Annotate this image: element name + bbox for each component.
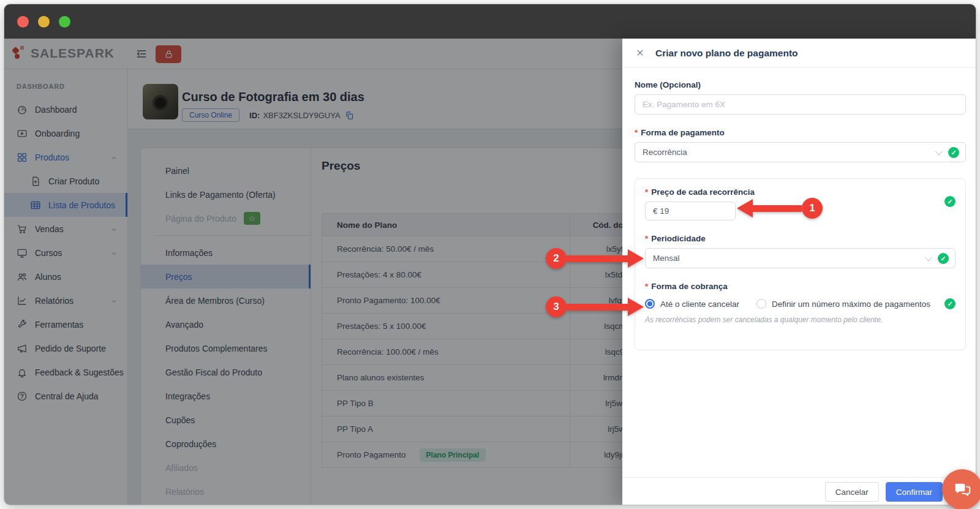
- periodicity-value: Mensal: [653, 254, 925, 263]
- valid-check-icon: ✓: [944, 196, 956, 207]
- valid-check-icon: ✓: [944, 298, 956, 309]
- billing-note: As recorrências podem ser canceladas a q…: [645, 315, 956, 324]
- valid-check-icon: ✓: [948, 147, 959, 158]
- periodicity-select[interactable]: Mensal ✓: [645, 248, 956, 268]
- annotation-arrow-3: 3: [546, 296, 644, 317]
- radio-max-payments-label: Definir um número máximo de pagamentos: [772, 300, 930, 309]
- screen: SALESPARK DASHBOARD DashboardOnboardingP…: [0, 0, 980, 509]
- arrow-head-icon: [628, 249, 644, 268]
- annotation-arrow-1: 1: [737, 198, 823, 219]
- name-field-label: Nome (Opcional): [635, 80, 966, 89]
- close-icon[interactable]: ✕: [633, 47, 647, 60]
- arrow-head-icon: [737, 199, 753, 217]
- recurrence-price-label: Preço de cada recorrência: [645, 187, 956, 197]
- step-number-badge: 1: [802, 198, 823, 219]
- radio-until-cancel-label: Até o cliente cancelar: [660, 300, 739, 309]
- periodicity-label: Periodicidade: [645, 234, 956, 243]
- close-window-button[interactable]: [17, 16, 29, 28]
- chevron-down-icon: [935, 148, 943, 156]
- billing-mode-options: Até o cliente cancelar Definir um número…: [645, 299, 956, 309]
- chat-support-button[interactable]: [942, 469, 980, 509]
- arrow-bar: [567, 255, 628, 262]
- radio-until-cancel[interactable]: [645, 299, 655, 309]
- step-number-badge: 2: [546, 248, 567, 269]
- recurrence-price-input[interactable]: [645, 202, 736, 221]
- drawer-backdrop-overlay[interactable]: [4, 39, 622, 505]
- radio-max-payments[interactable]: [756, 299, 766, 309]
- payment-method-value: Recorrência: [643, 148, 935, 157]
- app-window: SALESPARK DASHBOARD DashboardOnboardingP…: [4, 4, 976, 505]
- annotation-arrow-2: 2: [546, 248, 644, 269]
- billing-mode-label: Forma de cobrança: [645, 282, 956, 291]
- drawer-title: Criar novo plano de pagamento: [655, 48, 798, 59]
- arrow-bar: [567, 304, 628, 311]
- minimize-window-button[interactable]: [38, 16, 50, 28]
- arrow-bar: [753, 205, 802, 212]
- chevron-down-icon: [925, 254, 933, 262]
- cancel-button[interactable]: Cancelar: [825, 482, 879, 502]
- confirm-button[interactable]: Confirmar: [886, 482, 943, 502]
- arrow-head-icon: [628, 298, 644, 316]
- window-titlebar: [4, 4, 976, 39]
- payment-method-select[interactable]: Recorrência ✓: [635, 142, 966, 162]
- drawer-header: ✕ Criar novo plano de pagamento: [622, 39, 976, 68]
- create-payment-plan-drawer: ✕ Criar novo plano de pagamento Nome (Op…: [622, 39, 976, 505]
- payment-method-label: Forma de pagamento: [635, 128, 966, 137]
- zoom-window-button[interactable]: [59, 16, 70, 28]
- drawer-footer: Cancelar Confirmar: [622, 477, 976, 505]
- step-number-badge: 3: [546, 296, 567, 317]
- chat-bubbles-icon: [953, 480, 971, 499]
- valid-check-icon: ✓: [938, 253, 949, 264]
- plan-name-input[interactable]: [635, 94, 966, 115]
